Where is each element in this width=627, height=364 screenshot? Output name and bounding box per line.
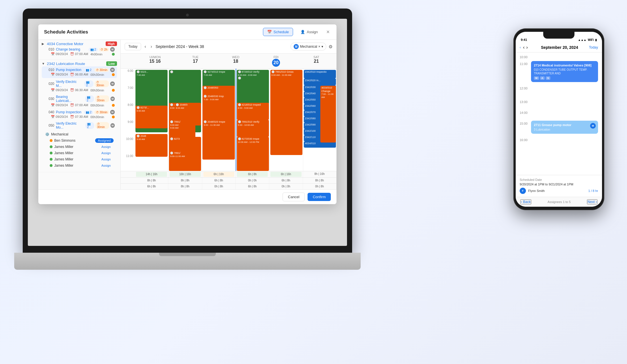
- status-dot: [112, 89, 115, 92]
- sub-item-030: 030 Bearing Lubricati... 👥 2 ⏱ 30min M: [42, 94, 117, 109]
- cancel-button[interactable]: Cancel: [283, 193, 305, 201]
- assignee-name-james2: James Miller: [54, 151, 97, 155]
- assignee-dot-orange: [50, 139, 53, 142]
- meta-time: ⏰ 06:00 AM: [70, 73, 88, 76]
- event-fri-1[interactable]: ⚪ 8729/010 Verify 6:00 AM - 8:00 AM ⚪: [237, 70, 269, 104]
- stats-col-3: 6h | 16h: [202, 171, 236, 177]
- time-label-1600: 16:00: [520, 137, 531, 143]
- avatar-m: M: [110, 110, 115, 114]
- sidebar: ▶ 4034 Corrective Motor High 010 Change …: [38, 40, 121, 189]
- wo-2342-num: 2342 Lubrication Route: [47, 62, 85, 66]
- assign-button-james3[interactable]: Assign: [99, 157, 114, 162]
- phone-status-icons: ▲▲▲ WiFi ▮: [578, 38, 597, 41]
- assigned-button-ben[interactable]: Assigned: [95, 138, 114, 143]
- close-button[interactable]: ×: [325, 29, 331, 35]
- phone-bezel: 9:41 ▲▲▲ WiFi ▮ ‹ ‹ › September 20, 2024…: [513, 28, 604, 210]
- laptop-camera: [186, 14, 189, 16]
- group-name: Mechanical: [51, 132, 68, 136]
- sub-name: Verify Electric M...: [56, 80, 83, 88]
- phone-content: 10:00 11:00 2714 Medical instruments/ Va…: [516, 53, 602, 175]
- calendar-columns: ⚪ 9323... 7:00 AM ⚪ 8273/... 8:00 AM: [135, 69, 337, 171]
- sub-item-010-pump-row[interactable]: 010 Pump Inspection 👥 2 ⏱ 30min M: [49, 68, 115, 72]
- sub-num: 010: [49, 47, 54, 51]
- schedule-tab-button[interactable]: 📅 Schedule: [263, 28, 293, 36]
- phone-assignees-count: Assignees 1 to 5: [547, 200, 570, 204]
- battery-icon: ▮: [595, 38, 597, 41]
- assignee-james-1: James Miller Assign: [45, 144, 114, 150]
- event-mon-3[interactable]: ⚪ 2048 9:00 AM: [135, 134, 168, 157]
- event-fri-2[interactable]: ⚪ 4218/010 Insped 8:00 - 9:00 AM: [237, 103, 269, 120]
- time-700: 7:00: [121, 86, 135, 103]
- event-extra-4034[interactable]: 4034/010 Change 7:00 - 11:00 AM: [320, 86, 336, 143]
- phone-back-button[interactable]: ‹ Back: [520, 199, 531, 204]
- event-fri-4[interactable]: ⚪ 8273/030 Inspe 10:00 AM - 12:00 PM: [237, 137, 269, 171]
- phone-event-section-1100: 11:00 2714 Medical instruments/ Valves […: [516, 59, 602, 84]
- sub-030-row[interactable]: 030 Bearing Lubricati... 👥 2 ⏱ 30min M: [49, 95, 115, 103]
- person-icon: 👤: [300, 30, 305, 34]
- sub-num: 010: [49, 68, 54, 72]
- cal-col-sat: ⚪ 7891/010 Greas 6:00 AM - 11:00 AM: [270, 69, 303, 171]
- phone-scheduled-section: Scheduled Date 9/20/2024 at 1PM to 9/21/…: [516, 175, 602, 197]
- phone-today-btn[interactable]: Today: [589, 45, 598, 49]
- filter-label: Mechanical: [300, 45, 317, 49]
- low-badge: Low: [106, 61, 117, 66]
- phone-next-button[interactable]: Next ›: [587, 199, 597, 204]
- meta-duration: 00h30min: [90, 104, 104, 107]
- sub-tags: 👥 2 ⏱ 30min M: [85, 122, 115, 129]
- assignee-name-james3: James Miller: [54, 157, 97, 161]
- phone-prev-arrow[interactable]: ‹: [523, 45, 524, 50]
- confirm-button[interactable]: Confirm: [308, 193, 331, 201]
- sub-tags: 👥 2 ⏱ 30min M: [84, 80, 115, 87]
- prev-button[interactable]: ‹: [143, 44, 147, 49]
- settings-button[interactable]: ⚙: [329, 44, 333, 49]
- cal-header-row: UI/MON 15 16 TUE 17 WED: [121, 54, 337, 69]
- sub-item-010-pump: 010 Pump Inspection 👥 2 ⏱ 30min M: [42, 66, 117, 78]
- sub-040-row[interactable]: 040 Pump Inspection 👥 2 ⏱ 30min M: [49, 110, 115, 114]
- phone-time: 9:41: [521, 38, 527, 41]
- stats-col-5b: 6h | 8h: [269, 178, 303, 183]
- time-label-1300: 13:00: [520, 99, 531, 108]
- wo-4034-header[interactable]: ▶ 4034 Corrective Motor High: [42, 41, 117, 46]
- sub-meta: 📅 09/20/24 ⏰ 06:00 AM 00h30min: [49, 72, 115, 77]
- cal-col-wed: ⚪ 9274/010 Inspe 7:00 AM ⚪ 2048/050: [202, 69, 235, 171]
- filter-m-icon: M: [294, 44, 299, 49]
- stats-col-3b: 6h | 8h: [202, 178, 236, 183]
- sub-020-row[interactable]: 020 Verify Electric M... 👥 2 ⏱ 30min M: [49, 80, 115, 88]
- event-wed-3[interactable]: ⚪ 2048/030 Insp 7:30 - 9:00 AM: [202, 94, 235, 123]
- stats-col-4b: 0h | 0h: [236, 178, 269, 183]
- status-dot: [112, 116, 115, 118]
- day-header-fri: FRI 20: [256, 54, 296, 68]
- stats-col-1b: 8h | 8h: [135, 178, 168, 183]
- phone-nav-arrows: ‹ ›: [523, 45, 528, 50]
- event-fri-3[interactable]: ⚪ 7891/010 Verify 9:00 - 10:00 AM: [237, 120, 269, 137]
- next-button[interactable]: ›: [149, 44, 153, 49]
- event-mon-2[interactable]: ⚪ 8273/... 8:00 AM: [135, 106, 168, 128]
- sub-meta: 📅 09/20/24 ⏰ 07:30 AM 00h30min: [49, 114, 115, 119]
- event-extra-2[interactable]: 2342/020 In...: [304, 78, 336, 85]
- phone-event-card-2[interactable]: 2711 Grease pump motor 3 Lubrication M: [531, 121, 598, 133]
- stats-col-1: 14h | 16h: [135, 171, 168, 177]
- filter-pill[interactable]: M Mechanical × ▾: [290, 43, 326, 51]
- wo-2342-header[interactable]: ▼ 2342 Lubrication Route Low: [42, 61, 117, 66]
- phone-assignee-row: F Flynn Smith 1 / 8 hr: [520, 188, 598, 194]
- assign-tab-button[interactable]: 👤 Assign: [296, 28, 322, 36]
- assign-button-james1[interactable]: Assign: [99, 145, 114, 149]
- phone-event-card-1[interactable]: 2714 Medical instruments/ Valves [908] 0…: [531, 61, 598, 82]
- assign-button-james2[interactable]: Assign: [99, 151, 114, 155]
- sub-050-row[interactable]: 050 Verify Electric Mo... 👥 2 ⏱ 30min M: [49, 122, 115, 129]
- stats-row-3: 6h | 8h 8h | 8h 0h | 8h 6h: [121, 183, 337, 189]
- assignee-james-3: James Miller Assign: [45, 156, 114, 162]
- event-sat-1[interactable]: ⚪ 7891/010 Greas 6:00 AM - 11:00 AM: [270, 70, 302, 155]
- day-header-tue: TUE 17: [175, 54, 216, 68]
- sub-item-010-row[interactable]: 010 Change bearing 👥 2 ⏱ 2h M: [49, 47, 115, 52]
- assign-button-james4[interactable]: Assign: [99, 163, 114, 168]
- stats-time-1: [121, 171, 135, 177]
- tag-persons: 👥 2: [84, 68, 93, 72]
- event-wed-4[interactable]: ⚪ 2048/020 Inspe 9:00 - 11:30 AM: [202, 120, 235, 160]
- phone-next-arrow[interactable]: ›: [526, 45, 528, 50]
- sub-name: Bearing Lubricati...: [56, 95, 83, 103]
- avatar-m: M: [110, 97, 115, 101]
- today-button[interactable]: Today: [125, 43, 141, 50]
- event-extra-1[interactable]: 2342/010 Inspectio: [304, 70, 336, 78]
- event-tue-6[interactable]: ⚪ 7891/ 9:00-11:00 AM: [169, 151, 201, 171]
